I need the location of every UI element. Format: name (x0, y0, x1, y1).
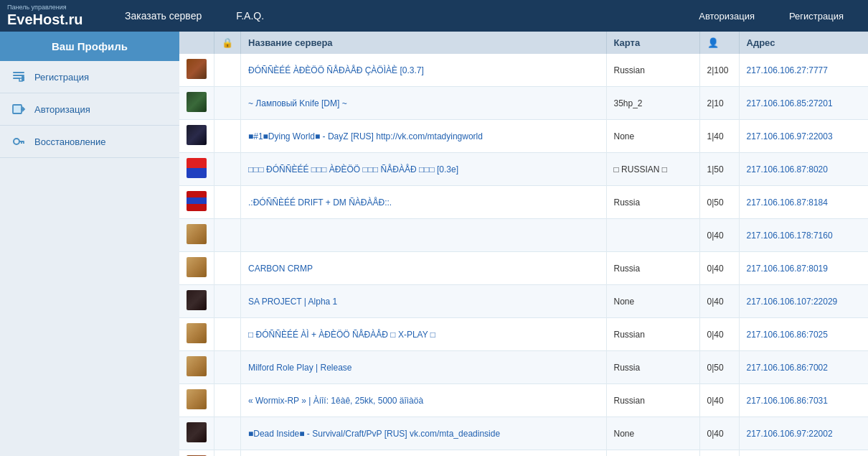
nav-faq[interactable]: F.A.Q. (219, 0, 281, 32)
server-name-link[interactable]: □ ĐÓÑÑÈÉÉ ÀÌ + ÀĐÈÖÖ ÑÅĐÀÅÐ □ X-PLAY □ (248, 330, 435, 340)
table-row: ĐÓÑÑÈÉÉ ÀĐÈÖÖ ÑÅĐÀÅÐ ÇÀÖÌÀÈ [0.3.7]Russi… (179, 54, 868, 87)
server-table: 🔒 Название сервера Карта 👤 Адрес (179, 32, 868, 456)
col-address: Адрес (739, 32, 868, 54)
game-icon (187, 158, 207, 178)
game-icon-cell (179, 351, 214, 384)
svg-rect-9 (21, 142, 22, 144)
address-cell: 217.106.106.97:22003 (739, 120, 868, 153)
server-name-cell: SA PROJECT | Alpha 1 (241, 285, 607, 318)
address-link[interactable]: 217.106.106.86:7025 (747, 330, 828, 340)
game-icon (187, 59, 207, 79)
game-icon (187, 422, 207, 442)
lock-cell (214, 384, 241, 417)
sidebar-recovery-label: Восстановление (34, 136, 105, 147)
login-icon (10, 101, 27, 118)
server-name-cell: ■Dead Inside■ - Survival/Craft/PvP [RUS]… (241, 417, 607, 450)
players-cell: 0|40 (699, 285, 739, 318)
address-cell: 217.106.106.87:8019 (739, 252, 868, 285)
server-name-link[interactable]: SA PROJECT | Alpha 1 (248, 297, 337, 307)
address-link[interactable]: 217.106.106.87:8184 (747, 197, 828, 208)
sidebar-item-register[interactable]: Регистрация (0, 61, 179, 93)
address-link[interactable]: 217.106.106.87:8019 (747, 264, 828, 274)
map-cell: Russia (606, 186, 699, 219)
server-name-link[interactable]: ■Dead Inside■ - Survival/Craft/PvP [RUS]… (248, 429, 500, 439)
server-name-cell: .:ĐÓÑÑÈÉÉ DRIFT + DM ÑÀĐÀÅÐ::. (241, 186, 607, 219)
server-name-cell: MTA сервер - [Russian RPG:GRAND THEFT UN… (241, 450, 607, 457)
sidebar-register-label: Регистрация (34, 72, 89, 83)
server-name-link[interactable]: ■#1■Dying World■ - DayZ [RUS] http://vk.… (248, 131, 483, 141)
players-cell: 0|50 (699, 351, 739, 384)
server-name-cell: « Wormix-RP » | Àíîí: 1êàê, 25kk, 5000 ä… (241, 384, 607, 417)
address-link[interactable]: 217.106.106.107:22029 (747, 297, 838, 307)
lock-cell (214, 87, 241, 120)
address-cell: 217.106.106.87:8020 (739, 153, 868, 186)
address-cell: 217.106.106.178:7160 (739, 219, 868, 252)
svg-rect-4 (19, 78, 22, 81)
main-layout: Ваш Профиль Регистрация Автори (0, 32, 868, 456)
content-area: 🔒 Название сервера Карта 👤 Адрес (179, 32, 868, 456)
lock-cell (214, 351, 241, 384)
table-row: ~ Ламповый Knife [DM] ~35hp_22|10217.106… (179, 87, 868, 120)
map-cell: □ RUSSIAN □ (606, 153, 699, 186)
address-link[interactable]: 217.106.106.97:22003 (747, 131, 833, 141)
table-row: □ ĐÓÑÑÈÉÉ ÀÌ + ÀĐÈÖÖ ÑÅĐÀÅÐ □ X-PLAY □Ru… (179, 318, 868, 351)
col-players: 👤 (699, 32, 739, 54)
address-link[interactable]: 217.106.106.85:27201 (747, 98, 833, 108)
map-cell: Russian (606, 54, 699, 87)
map-cell: Russia (606, 351, 699, 384)
address-link[interactable]: 217.106.106.97:22002 (747, 429, 833, 439)
col-lock: 🔒 (214, 32, 241, 54)
players-cell: 2|10 (699, 87, 739, 120)
table-row: □□□ ĐÓÑÑÈÉÉ □□□ ÀĐÈÖÖ □□□ ÑÅĐÀÅÐ □□□ [0.… (179, 153, 868, 186)
address-link[interactable]: 217.106.106.86:7031 (747, 396, 828, 406)
sidebar-profile-label: Ваш Профиль (0, 32, 179, 61)
server-name-cell: □ ĐÓÑÑÈÉÉ ÀÌ + ÀĐÈÖÖ ÑÅĐÀÅÐ □ X-PLAY □ (241, 318, 607, 351)
nav-register[interactable]: Регистрация (772, 0, 861, 32)
address-cell: 217.106.106.85:27201 (739, 87, 868, 120)
lock-cell (214, 120, 241, 153)
players-cell: 0|40 (699, 252, 739, 285)
server-name-link[interactable]: □□□ ĐÓÑÑÈÉÉ □□□ ÀĐÈÖÖ □□□ ÑÅĐÀÅÐ □□□ [0.… (248, 164, 458, 175)
table-row: CARBON CRMPRussia0|40217.106.106.87:8019 (179, 252, 868, 285)
lock-cell (214, 54, 241, 87)
game-icon (187, 224, 207, 244)
header-nav: Заказать сервер F.A.Q. (108, 0, 681, 32)
table-row: .:ĐÓÑÑÈÉÉ DRIFT + DM ÑÀĐÀÅÐ::.Russia0|50… (179, 186, 868, 219)
svg-rect-7 (19, 141, 24, 142)
game-icon (187, 257, 207, 277)
server-name-cell: ĐÓÑÑÈÉÉ ÀĐÈÖÖ ÑÅĐÀÅÐ ÇÀÖÌÀÈ [0.3.7] (241, 54, 607, 87)
game-icon-cell (179, 285, 214, 318)
map-cell: Russia (606, 252, 699, 285)
nav-auth[interactable]: Авторизация (681, 0, 772, 32)
game-icon (187, 356, 207, 376)
address-cell: 217.106.106.86:7025 (739, 318, 868, 351)
players-cell: 0|40 (699, 219, 739, 252)
map-cell: 35hp_2 (606, 87, 699, 120)
address-link[interactable]: 217.106.106.178:7160 (747, 231, 833, 241)
address-link[interactable]: 217.106.106.27:7777 (747, 65, 828, 75)
address-link[interactable]: 217.106.106.87:8020 (747, 164, 828, 175)
server-name-link[interactable]: .:ĐÓÑÑÈÉÉ DRIFT + DM ÑÀĐÀÅÐ::. (248, 197, 392, 208)
server-name-cell: ■#1■Dying World■ - DayZ [RUS] http://vk.… (241, 120, 607, 153)
server-name-link[interactable]: « Wormix-RP » | Àíîí: 1êàê, 25kk, 5000 ä… (248, 396, 423, 406)
table-row: « Wormix-RP » | Àíîí: 1êàê, 25kk, 5000 ä… (179, 384, 868, 417)
game-icon (187, 191, 207, 211)
server-name-link[interactable]: Milford Role Play | Release (248, 363, 352, 373)
server-name-link[interactable]: ~ Ламповый Knife [DM] ~ (248, 98, 347, 108)
players-cell: 0|40 (699, 450, 739, 457)
nav-order-server[interactable]: Заказать сервер (108, 0, 219, 32)
game-icon-cell (179, 219, 214, 252)
sidebar-item-recovery[interactable]: Восстановление (0, 126, 179, 158)
server-name-link[interactable]: CARBON CRMP (248, 264, 313, 274)
lock-cell (214, 186, 241, 219)
server-name-link[interactable]: ĐÓÑÑÈÉÉ ÀĐÈÖÖ ÑÅĐÀÅÐ ÇÀÖÌÀÈ [0.3.7] (248, 65, 424, 75)
sidebar-item-auth[interactable]: Авторизация (0, 93, 179, 126)
lock-cell (214, 318, 241, 351)
server-name-cell: □□□ ĐÓÑÑÈÉÉ □□□ ÀĐÈÖÖ □□□ ÑÅĐÀÅÐ □□□ [0.… (241, 153, 607, 186)
address-link[interactable]: 217.106.106.86:7002 (747, 363, 828, 373)
players-cell: 2|100 (699, 54, 739, 87)
players-cell: 1|40 (699, 120, 739, 153)
lock-cell (214, 153, 241, 186)
game-icon (187, 290, 207, 310)
table-row: ■#1■Dying World■ - DayZ [RUS] http://vk.… (179, 120, 868, 153)
